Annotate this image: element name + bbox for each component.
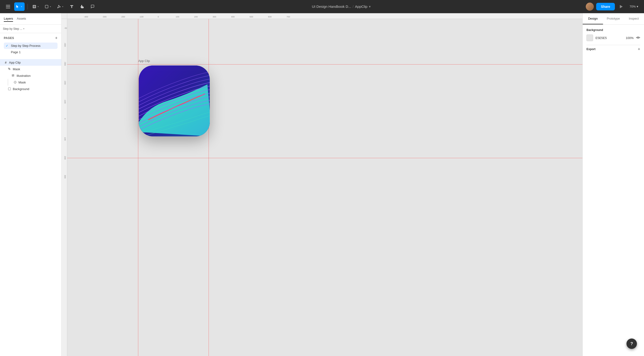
page-item-page-1[interactable]: ✓ Page 1	[4, 49, 58, 55]
play-button[interactable]	[617, 2, 625, 11]
frame-tool-button[interactable]	[30, 2, 41, 11]
background-layer-icon	[8, 87, 11, 91]
layer-label-mask-1: Mask	[13, 67, 20, 71]
ruler-mark--300: -300	[102, 15, 106, 18]
share-button[interactable]: Share	[596, 3, 615, 10]
panel-tabs: Layers Assets	[0, 13, 61, 24]
svg-rect-8	[45, 5, 48, 8]
tab-design[interactable]: Design	[583, 13, 603, 24]
page-item-label: Step by Step Process	[11, 44, 40, 47]
tab-assets[interactable]: Assets	[17, 16, 26, 22]
layer-item-mask-2[interactable]: Mask	[11, 79, 61, 86]
help-icon: ?	[630, 341, 633, 346]
tab-inspect[interactable]: Inspect	[624, 13, 644, 24]
add-export-button[interactable]: +	[638, 47, 640, 51]
app-clip-icon[interactable]	[139, 65, 210, 136]
layer-label-illustration: Illustration	[16, 74, 30, 78]
svg-point-10	[60, 7, 60, 7]
ruler-mark-500: 500	[250, 15, 253, 18]
svg-rect-3	[33, 5, 36, 8]
divider	[586, 45, 640, 45]
layer-label-app-clip: App Clip	[9, 61, 20, 64]
layer-item-mask-1[interactable]: Mask	[0, 66, 61, 72]
hand-tool-button[interactable]	[78, 2, 86, 11]
page-check-icon: ✓	[6, 44, 10, 47]
ruler-top-inner: -400 -300 -200 -100 0 100 200 300 400 50…	[67, 13, 582, 19]
svg-rect-18	[13, 74, 14, 75]
svg-rect-15	[12, 74, 13, 75]
svg-point-9	[58, 5, 59, 6]
menu-button[interactable]	[4, 2, 12, 11]
svg-rect-20	[8, 88, 11, 90]
svg-rect-16	[13, 75, 14, 76]
toolbar-right: Share 70% ▾	[586, 2, 640, 11]
pages-header: Pages +	[4, 36, 58, 40]
page-1-label: Page 1	[11, 50, 20, 54]
breadcrumb-chevron-icon: ▾	[23, 27, 24, 30]
tab-layers[interactable]: Layers	[4, 16, 13, 22]
left-panel: Layers Assets Step by Step ... ▾ Pages +…	[0, 13, 62, 356]
ruler-mark-700: 700	[286, 15, 290, 18]
background-visibility-button[interactable]	[636, 36, 640, 40]
help-button[interactable]: ?	[626, 339, 637, 349]
ruler-mark-v--300: -300	[64, 61, 66, 66]
svg-point-11	[58, 7, 58, 8]
mask-1-layer-icon	[8, 67, 11, 71]
background-color-hex[interactable]: E5E5E5	[596, 36, 624, 40]
ruler-mark-v--500: -500	[64, 27, 67, 29]
ruler-mark-v-200: 200	[64, 156, 66, 160]
layer-item-app-clip[interactable]: # App Clip	[0, 59, 61, 66]
layer-connector-line	[0, 79, 11, 86]
comment-tool-button[interactable]	[88, 2, 97, 11]
right-panel-tabs: Design Prototype Inspect	[583, 13, 644, 24]
pages-title: Pages	[4, 36, 14, 40]
text-tool-button[interactable]	[68, 2, 76, 11]
background-color-swatch[interactable]	[586, 34, 593, 41]
artboard-frame[interactable]	[139, 65, 209, 158]
add-page-button[interactable]: +	[55, 36, 58, 40]
svg-rect-17	[12, 75, 13, 76]
ruler-mark-600: 600	[268, 15, 272, 18]
svg-rect-0	[6, 5, 10, 5]
select-tool-button[interactable]	[14, 2, 24, 11]
toolbar-center: UI Design Handbook D... / AppClip ▾	[99, 4, 584, 9]
svg-point-23	[638, 37, 639, 38]
page-item-step-by-step[interactable]: ✓ Step by Step Process	[4, 42, 58, 49]
ruler-mark-300: 300	[212, 15, 216, 18]
breadcrumb[interactable]: Step by Step ... ▾	[0, 24, 61, 33]
layer-item-background[interactable]: Background	[0, 86, 61, 92]
page-name[interactable]: AppClip	[355, 4, 368, 8]
layer-connector: Mask	[0, 79, 61, 86]
mask-2-layer-icon	[13, 80, 17, 84]
layer-item-illustration[interactable]: Illustration	[0, 72, 61, 79]
breadcrumb-text: Step by Step ...	[3, 27, 22, 30]
ruler-mark-v--400: -400	[64, 42, 66, 47]
vertical-connector	[8, 79, 8, 86]
page-dropdown-icon[interactable]: ▾	[369, 4, 371, 9]
ruler-mark--200: -200	[121, 15, 125, 18]
tab-prototype[interactable]: Prototype	[603, 13, 624, 24]
background-opacity[interactable]: 100%	[626, 36, 634, 40]
ruler-corner	[62, 13, 67, 19]
svg-rect-1	[6, 6, 10, 7]
right-panel-content: Background E5E5E5 100% Export +	[583, 24, 644, 55]
canvas-content[interactable]: App Clip	[67, 19, 582, 356]
ruler-mark-0: 0	[158, 15, 159, 18]
export-section-title: Export	[586, 47, 596, 51]
ruler-mark-v--100: -100	[64, 99, 66, 104]
background-section-title: Background	[586, 28, 640, 32]
layers-section: # App Clip Mask	[0, 57, 61, 356]
shape-tool-button[interactable]	[43, 2, 53, 11]
export-row: Export +	[586, 47, 640, 51]
app-clip-layer-icon: #	[4, 60, 8, 64]
right-panel: Design Prototype Inspect Background E5E5…	[582, 13, 644, 356]
canvas-area[interactable]: -400 -300 -200 -100 0 100 200 300 400 50…	[62, 13, 582, 356]
pen-tool-button[interactable]	[55, 2, 66, 11]
ruler-mark-v-0: 0	[64, 118, 66, 119]
toolbar-left	[4, 2, 97, 11]
main-layout: Layers Assets Step by Step ... ▾ Pages +…	[0, 13, 644, 356]
background-row: E5E5E5 100%	[586, 34, 640, 41]
ruler-mark--100: -100	[139, 15, 144, 18]
zoom-control[interactable]: 70% ▾	[628, 3, 640, 10]
ruler-mark-100: 100	[176, 15, 179, 18]
